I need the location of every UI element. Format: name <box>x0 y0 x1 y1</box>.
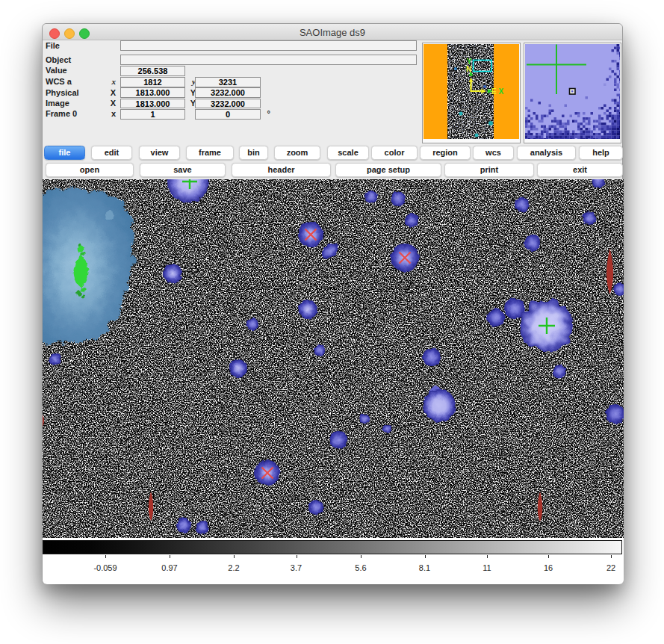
svg-text:E: E <box>491 87 497 96</box>
svg-text:X: X <box>498 87 503 96</box>
